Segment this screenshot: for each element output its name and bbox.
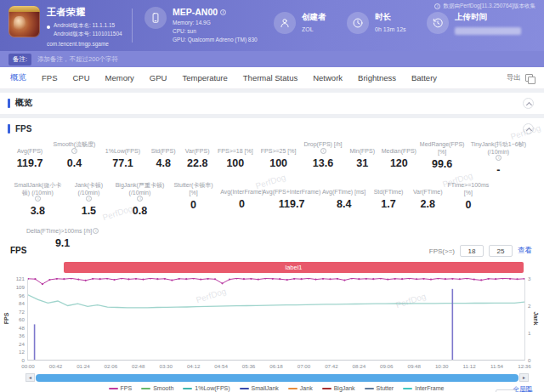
chart-canvas[interactable]: [28, 278, 524, 360]
header-divider: [132, 9, 133, 43]
section-accent-bar: [8, 99, 10, 108]
tab-9[interactable]: Battery: [411, 73, 437, 82]
stat-label: Avg(FPS+InterFrame): [266, 181, 318, 196]
legend-item-4[interactable]: Jank: [288, 385, 313, 391]
stat-value: 119.7: [12, 157, 48, 169]
stat-cell: MedRange(FPS)[%]99.6: [418, 140, 465, 176]
legend-label: FPS: [121, 385, 133, 391]
stat-cell: Std(FPS)4.8: [146, 140, 180, 176]
stat-label: Avg(InterFrame): [221, 181, 262, 196]
left-axis-title: FPS: [3, 313, 9, 325]
chart-legend: FPSSmooth1%Low(FPS)SmallJankJankBigJankS…: [68, 385, 484, 391]
info-icon[interactable]: i: [93, 228, 99, 234]
fps-line-chart[interactable]: 12110996847260483624120321000:0000:4201:…: [27, 278, 525, 361]
x-axis-tick: 07:42: [325, 363, 337, 369]
stat-value: 119.7: [266, 198, 318, 210]
stat-value: -: [468, 164, 530, 176]
y-axis-tick-left: 84: [19, 300, 25, 306]
tab-5[interactable]: Temperature: [182, 73, 227, 82]
scrollbar-left-cap[interactable]: ◄: [26, 373, 35, 382]
stat-cell: Delta(FTime)>100ms [/h]i9.1: [10, 220, 115, 249]
fps-threshold-high-input[interactable]: [489, 245, 513, 257]
collect-note-text: 数据由PerfDog[11.3.250764]版本收集: [443, 3, 536, 10]
info-icon[interactable]: i: [35, 196, 41, 202]
legend-marker: [322, 388, 332, 389]
export-button[interactable]: 导出: [507, 73, 534, 83]
clock-icon: [347, 12, 369, 34]
legend-label: BigJank: [334, 385, 355, 391]
tab-0[interactable]: 概览: [10, 72, 26, 83]
collapse-fps-button[interactable]: [523, 123, 534, 134]
collapse-overview-button[interactable]: [523, 98, 534, 109]
scene-label-band[interactable]: label1: [64, 262, 524, 273]
stat-value: 77.1: [101, 157, 144, 169]
fps-threshold-label: FPS(>=): [429, 247, 455, 255]
export-icon: [525, 74, 534, 82]
stat-label: Delta(FTime)>100ms [/h]i: [12, 220, 113, 235]
tab-1[interactable]: FPS: [42, 73, 57, 82]
scrollbar-right-cap[interactable]: ►: [519, 373, 529, 382]
fps-section: FPS Avg(FPS)119.7Smooth(流畅度)i0.41%Low(FP…: [0, 118, 544, 392]
stat-cell: TinyJank(抖动1~6帧) (/10min)i-: [466, 140, 531, 176]
legend-item-6[interactable]: Stutter: [365, 385, 394, 391]
info-icon[interactable]: i: [320, 148, 326, 154]
tab-7[interactable]: Network: [313, 73, 343, 82]
fps-threshold-view-link[interactable]: 查看: [518, 246, 532, 256]
tab-4[interactable]: GPU: [150, 73, 167, 82]
legend-item-7[interactable]: InterFrame: [403, 385, 444, 391]
legend-item-0[interactable]: FPS: [109, 385, 133, 391]
stat-cell: BigJank(严重卡顿) (/10min)i0.8: [112, 181, 167, 217]
scrollbar-thumb[interactable]: [36, 374, 518, 382]
x-axis-tick: 02:48: [132, 363, 144, 369]
legend-item-2[interactable]: 1%Low(FPS): [183, 385, 230, 391]
y-axis-tick-left: 0: [22, 357, 25, 363]
x-axis-tick: 08:24: [353, 363, 366, 369]
collect-note: i 数据由PerfDog[11.3.250764]版本收集: [434, 3, 536, 10]
stat-cell: Std(FTime)1.7: [369, 181, 408, 217]
remark-bar[interactable]: 备注: 添加备注，不超过200个字符: [0, 51, 544, 67]
remark-placeholder[interactable]: 添加备注，不超过200个字符: [37, 55, 118, 64]
legend-marker: [365, 388, 374, 389]
fps-threshold-controls: FPS(>=) 查看: [429, 245, 532, 257]
stat-cell: FPS>=25 [%]100: [256, 140, 300, 176]
tab-3[interactable]: Memory: [105, 73, 134, 82]
legend-item-5[interactable]: BigJank: [322, 385, 355, 391]
stat-label: Std(FTime): [371, 181, 406, 196]
x-axis-tick: 04:12: [187, 363, 200, 369]
info-icon[interactable]: i: [496, 155, 502, 161]
stat-value: 120: [381, 157, 416, 169]
fps-threshold-low-input[interactable]: [460, 245, 484, 257]
legend-label: Stutter: [377, 385, 394, 391]
x-axis-tick: 09:48: [407, 363, 420, 369]
stat-cell: Stutter(卡顿率) [%]0: [167, 181, 220, 217]
report-header: 王者荣耀 Android版本名: 11.1.1.15 Android版本号: 1…: [0, 0, 544, 51]
package-name: com.tencent.tmgp.sgame: [47, 40, 122, 48]
stat-cell: Median(FPS)120: [379, 140, 418, 176]
tab-6[interactable]: Thermal Status: [243, 73, 298, 82]
x-axis-tick: 03:30: [159, 363, 172, 369]
creator-label: 创建者: [302, 12, 326, 23]
tab-8[interactable]: Brightness: [358, 73, 396, 82]
stat-label: Var(FTime): [410, 181, 445, 196]
stat-value: 0: [449, 199, 487, 211]
legend-item-3[interactable]: SmallJank: [240, 385, 279, 391]
fps-chart-title: FPS: [10, 246, 26, 255]
device-cpu: CPU: sun: [173, 27, 258, 36]
stat-label: 1%Low(FPS): [101, 140, 144, 155]
legend-item-1[interactable]: Smooth: [141, 385, 173, 391]
scene-label-text: label1: [285, 264, 302, 271]
tab-2[interactable]: CPU: [72, 73, 89, 82]
x-axis-tick: 07:00: [298, 363, 310, 369]
x-axis-tick: 11:54: [490, 363, 503, 369]
device-info-icon[interactable]: i: [220, 9, 226, 15]
stat-cell: Min(FPS)31: [345, 140, 379, 176]
fps-stats-row-2: SmallJank(微小卡顿) (/10min)i3.8Jank(卡顿) (/1…: [10, 181, 534, 217]
stat-value: 1.5: [67, 205, 110, 217]
device-name: MEP-AN00: [173, 7, 218, 17]
info-icon[interactable]: i: [137, 196, 143, 202]
info-icon[interactable]: i: [86, 196, 92, 202]
stat-label: Var(FPS): [182, 140, 212, 155]
user-icon: [274, 12, 296, 34]
info-icon[interactable]: i: [71, 148, 77, 154]
stat-value: 0: [221, 198, 262, 210]
